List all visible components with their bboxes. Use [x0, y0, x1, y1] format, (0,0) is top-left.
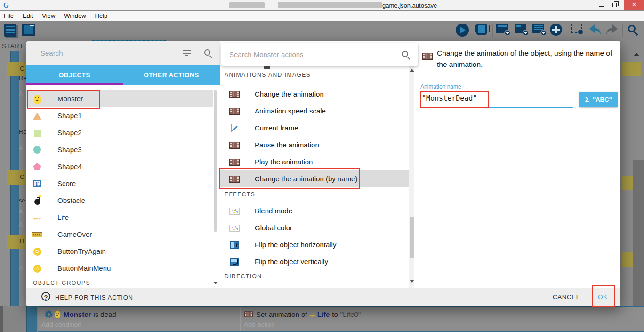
- delete-event-button[interactable]: [571, 24, 582, 33]
- expression-builder-button[interactable]: Σ "ABC": [579, 92, 618, 107]
- filter-icon[interactable]: [183, 50, 191, 56]
- help-icon[interactable]: [41, 292, 50, 301]
- scroll-down-icon[interactable]: [213, 282, 218, 284]
- tab-objects[interactable]: OBJECTS: [26, 65, 123, 85]
- cell-divider: [240, 307, 241, 332]
- object-item-score[interactable]: Score: [26, 175, 213, 192]
- object-item-obstacle[interactable]: Obstacle: [26, 192, 213, 209]
- monster-icon: [55, 311, 60, 317]
- help-link[interactable]: HELP FOR THIS ACTION: [55, 294, 133, 301]
- events-start-label: START: [2, 42, 24, 49]
- scrollbar-track[interactable]: [633, 160, 644, 306]
- text-object-icon: [33, 180, 41, 187]
- action-item-current-frame[interactable]: Current frame: [220, 120, 410, 137]
- gdevelop-logo-icon: G: [3, 1, 11, 9]
- annotation-box-change-animation-by-name: [219, 168, 360, 189]
- add-fragment: A: [19, 145, 23, 152]
- action-label: Flip the object vertically: [255, 258, 328, 266]
- window-title: game.json.autosave: [382, 2, 437, 9]
- action-item-flip-horizontally[interactable]: Flip the object horizontally: [220, 236, 410, 253]
- object-groups-header: OBJECT GROUPS: [33, 280, 90, 286]
- object-item-shape2[interactable]: Shape2: [26, 124, 213, 141]
- film-icon: [422, 53, 433, 60]
- menu-window[interactable]: Window: [64, 12, 86, 19]
- redo-button[interactable]: [605, 24, 619, 39]
- action-item-pause-animation[interactable]: Pause the animation: [220, 137, 410, 154]
- annotation-box-monster: [27, 90, 100, 109]
- dialog-footer: HELP FOR THIS ACTION CANCEL OK: [26, 288, 620, 306]
- action-description: Change the animation of the object, usin…: [437, 48, 620, 70]
- restore-button[interactable]: [612, 3, 617, 7]
- search-events-button[interactable]: [628, 25, 636, 32]
- add-action-link[interactable]: Add action: [244, 321, 275, 328]
- object-item-shape1[interactable]: Shape1: [26, 107, 213, 124]
- menu-view[interactable]: View: [42, 12, 55, 19]
- debug-button[interactable]: [476, 24, 487, 35]
- film-icon: [244, 311, 253, 317]
- menu-edit[interactable]: Edit: [23, 12, 33, 19]
- scroll-up-icon[interactable]: [410, 69, 414, 72]
- section-direction-header: DIRECTION: [225, 273, 262, 280]
- action-label: Animation speed scale: [255, 107, 326, 115]
- film-icon: [229, 91, 240, 98]
- play-button[interactable]: [456, 24, 469, 37]
- action-line[interactable]: Set animation of Life to "Life0": [243, 309, 361, 319]
- object-label: Obstacle: [57, 196, 85, 204]
- toolbar-separator: [622, 24, 623, 37]
- flip-vertical-icon: [230, 258, 239, 266]
- add-subevent-button[interactable]: [532, 24, 544, 33]
- object-item-life[interactable]: Life: [26, 209, 213, 226]
- add-event-button[interactable]: [496, 24, 508, 33]
- actions-scrollbar-thumb[interactable]: [410, 217, 414, 258]
- action-item-global-color[interactable]: Global color: [220, 219, 410, 236]
- search-icon[interactable]: [204, 49, 210, 56]
- add-comment-button[interactable]: [515, 24, 526, 33]
- cancel-button[interactable]: CANCEL: [553, 293, 580, 300]
- action-label: Global color: [255, 224, 292, 232]
- object-item-gameover[interactable]: GameOver: [26, 226, 213, 243]
- action-text: to: [332, 310, 338, 318]
- object-label: Shape1: [57, 112, 82, 120]
- toolbar: [0, 21, 644, 40]
- scene-editor-button[interactable]: [22, 24, 35, 36]
- menu-file[interactable]: File: [4, 12, 14, 19]
- action-item-blend-mode[interactable]: Blend mode: [220, 202, 410, 219]
- expression-builder-label: "ABC": [593, 96, 612, 103]
- condition-object: Monster: [64, 310, 91, 318]
- toolbar-separator: [567, 24, 567, 37]
- objects-search-bar[interactable]: Search: [26, 41, 220, 65]
- action-label: Flip the object horizontally: [255, 241, 336, 249]
- events-sheet-right-edge: [620, 40, 644, 306]
- add-other-event-button[interactable]: [550, 24, 562, 36]
- objects-scrollbar[interactable]: [214, 90, 217, 232]
- object-item-buttontryagain[interactable]: ButtonTryAgain: [26, 243, 213, 260]
- action-object: Life: [317, 310, 330, 318]
- add-condition-link[interactable]: Add condition: [41, 321, 81, 328]
- undo-button[interactable]: [588, 24, 602, 39]
- minimize-button[interactable]: [599, 6, 604, 7]
- pentagon-icon: [33, 163, 41, 170]
- annotation-box-animation-name-input: [420, 91, 489, 108]
- object-item-buttonmainmenu[interactable]: ButtonMainMenu: [26, 260, 213, 277]
- event-row[interactable]: Monster is dead Add condition Set animat…: [38, 306, 644, 332]
- add-fragment: A: [19, 265, 23, 271]
- action-item-flip-vertically[interactable]: Flip the object vertically: [220, 253, 410, 270]
- image-color-icon: [229, 225, 240, 232]
- search-icon[interactable]: [402, 51, 408, 57]
- comment-block: [622, 62, 641, 76]
- action-item-animation-speed[interactable]: Animation speed scale: [220, 103, 410, 120]
- menu-help[interactable]: Help: [95, 12, 108, 19]
- action-item-change-animation[interactable]: Change the animation: [220, 86, 410, 103]
- scroll-up-icon[interactable]: [634, 53, 639, 56]
- actions-search-bar[interactable]: Search Monster actions: [221, 43, 418, 66]
- events-sheet-left-edge: START C Re A Re A O se A A H A: [0, 40, 26, 306]
- scroll-down-icon[interactable]: [410, 280, 414, 283]
- tab-other-actions[interactable]: OTHER ACTIONS: [123, 65, 220, 85]
- action-label: Blend mode: [255, 207, 292, 215]
- condition-line[interactable]: Monster is dead: [46, 309, 116, 319]
- project-manager-button[interactable]: [4, 24, 16, 37]
- object-item-shape3[interactable]: Shape3: [26, 141, 213, 158]
- object-item-shape4[interactable]: Shape4: [26, 158, 213, 175]
- comment-fragment: H: [20, 237, 24, 244]
- close-button[interactable]: [624, 0, 644, 10]
